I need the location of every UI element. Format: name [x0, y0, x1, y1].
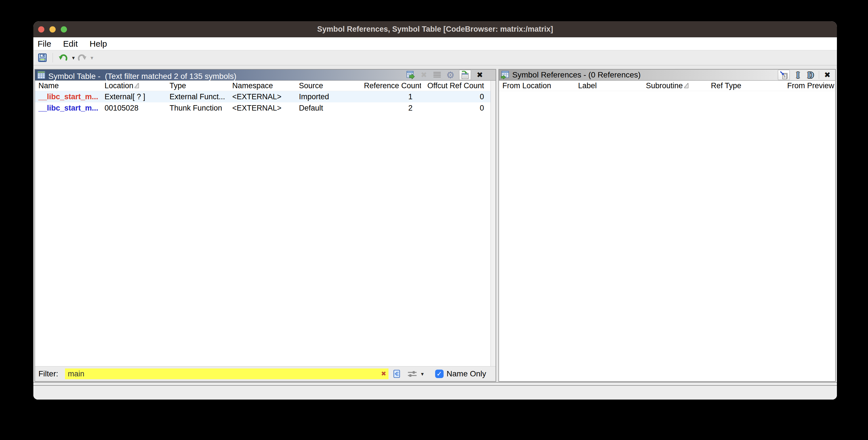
- symbol-references-table: From Location Label Subroutine Ref Type …: [499, 81, 835, 381]
- name-only-label: Name Only: [447, 369, 486, 378]
- column-header-from-location[interactable]: From Location: [499, 82, 576, 90]
- table-incoming-arrow-icon: [461, 71, 469, 79]
- column-header-source[interactable]: Source: [297, 82, 362, 90]
- undo-dropdown-button[interactable]: ▾: [69, 52, 76, 64]
- filter-settings-button[interactable]: [407, 370, 417, 378]
- cell-offcut-ref-count: 0: [421, 104, 490, 113]
- cell-location: 00105028: [102, 104, 167, 113]
- traffic-lights: [38, 21, 67, 37]
- symbol-table-toolbar: ✖ ⚙: [406, 70, 496, 80]
- data-toggle-button[interactable]: D: [806, 70, 815, 80]
- cell-name: __libc_start_m...: [35, 92, 102, 101]
- cell-namespace: <EXTERNAL>: [230, 104, 297, 113]
- symbol-references-header: Symbol References - (0 References) S: [499, 69, 835, 81]
- column-header-subroutine-label: Subroutine: [646, 82, 683, 90]
- close-panel-button[interactable]: ✖: [475, 70, 484, 80]
- redo-dropdown-button[interactable]: ▾: [88, 52, 95, 64]
- panel-title: Symbol References - (0 References): [512, 70, 641, 80]
- floppy-disk-icon: [38, 53, 47, 62]
- symbol-table-header: Symbol Table - (Text filter matched 2 of…: [35, 69, 496, 81]
- column-header-location-label: Location: [104, 82, 133, 90]
- symbol-references-body: [499, 91, 835, 381]
- sliders-icon: [407, 370, 417, 378]
- symbol-table-body: __libc_start_m... External[ ? ] External…: [35, 91, 491, 366]
- cell-location: External[ ? ]: [102, 92, 167, 101]
- checkbox-checked-icon: ✓: [435, 370, 444, 378]
- table-menu-button[interactable]: [433, 70, 442, 80]
- redo-icon: [77, 53, 87, 62]
- dock-area: Symbol Table - (Text filter matched 2 of…: [33, 65, 837, 382]
- settings-button[interactable]: ⚙: [446, 70, 455, 80]
- delete-symbol-button[interactable]: ✖: [419, 70, 428, 80]
- symbol-references-panel: Symbol References - (0 References) S: [498, 69, 836, 382]
- symbol-table-panel: Symbol Table - (Text filter matched 2 of…: [34, 69, 496, 382]
- menubar: File Edit Help: [33, 37, 837, 50]
- filter-settings-caret-button[interactable]: ▾: [419, 371, 424, 377]
- table-row[interactable]: __libc_start_m... 00105028 Thunk Functio…: [35, 102, 491, 114]
- hamburger-icon: [433, 71, 441, 79]
- symbol-table-column-headers: Name Location Type Namespace Source Refe…: [35, 81, 491, 91]
- navigation-toggle-button[interactable]: [459, 70, 471, 80]
- symbol-table-icon: [37, 71, 45, 79]
- panel-title: Symbol Table - (Text filter matched 2 of…: [48, 72, 55, 78]
- codebrowser-window: Symbol References, Symbol Table [CodeBro…: [33, 21, 837, 400]
- symbol-table: Name Location Type Namespace Source Refe…: [35, 81, 496, 366]
- cell-type: External Funct...: [167, 92, 230, 101]
- letter-d-icon: D: [808, 71, 814, 80]
- cell-name: __libc_start_m...: [35, 104, 102, 113]
- filter-document-icon: [393, 370, 401, 378]
- redo-button[interactable]: [76, 52, 88, 64]
- symbol-references-column-headers: From Location Label Subroutine Ref Type …: [499, 81, 835, 91]
- filter-clear-button[interactable]: ✖: [381, 371, 386, 377]
- undo-icon: [59, 53, 68, 62]
- toolbar-separator: [53, 53, 53, 62]
- zoom-window-button[interactable]: [61, 26, 67, 32]
- filter-bar: Filter: ✖: [35, 366, 496, 381]
- column-header-from-preview[interactable]: From Preview: [785, 82, 835, 90]
- undo-button[interactable]: [57, 52, 69, 64]
- column-header-reference-count[interactable]: Reference Count: [362, 82, 421, 90]
- table-arrow-icon: [406, 71, 415, 79]
- menu-help[interactable]: Help: [84, 39, 113, 49]
- column-header-ref-type[interactable]: Ref Type: [709, 82, 785, 90]
- cell-source: Imported: [297, 92, 362, 101]
- menu-edit[interactable]: Edit: [57, 39, 84, 49]
- filter-field: ✖: [65, 369, 389, 379]
- table-row[interactable]: __libc_start_m... External[ ? ] External…: [35, 91, 491, 102]
- cell-type: Thunk Function: [167, 104, 230, 113]
- symbol-references-icon: [501, 71, 509, 79]
- vertical-scrollbar[interactable]: [491, 81, 496, 366]
- close-icon: ✖: [477, 71, 483, 79]
- save-button[interactable]: [37, 52, 48, 64]
- filter-label: Filter:: [38, 369, 58, 378]
- column-header-type[interactable]: Type: [167, 82, 230, 90]
- column-header-name[interactable]: Name: [35, 82, 102, 90]
- minimize-window-button[interactable]: [50, 26, 56, 32]
- cell-namespace: <EXTERNAL>: [230, 92, 297, 101]
- cell-source: Default: [297, 104, 362, 113]
- filter-input[interactable]: [65, 369, 389, 379]
- close-window-button[interactable]: [38, 26, 44, 32]
- filter-options-button[interactable]: [393, 370, 401, 378]
- close-panel-button[interactable]: ✖: [823, 70, 832, 80]
- cell-reference-count: 1: [362, 92, 421, 101]
- header-separator: [819, 71, 819, 79]
- symbol-references-toolbar: S I D ✖: [778, 70, 835, 80]
- make-selection-button[interactable]: [406, 70, 415, 80]
- menu-file[interactable]: File: [38, 39, 57, 49]
- column-header-namespace[interactable]: Namespace: [230, 82, 297, 90]
- titlebar: Symbol References, Symbol Table [CodeBro…: [33, 21, 837, 37]
- instruction-toggle-button[interactable]: I: [794, 70, 802, 80]
- column-header-label[interactable]: Label: [576, 82, 644, 90]
- symbol-arrow-icon: S: [780, 71, 788, 79]
- letter-i-icon: I: [796, 71, 800, 80]
- close-icon: ✖: [824, 71, 831, 79]
- column-header-offcut-ref-count[interactable]: Offcut Ref Count: [421, 82, 490, 90]
- status-bar: [33, 382, 837, 400]
- window-title: Symbol References, Symbol Table [CodeBro…: [317, 25, 553, 34]
- caret-down-icon: ▾: [91, 55, 94, 60]
- gear-icon: ⚙: [446, 70, 455, 80]
- follow-selection-toggle-button[interactable]: S: [778, 70, 790, 80]
- name-only-checkbox[interactable]: ✓ Name Only: [435, 369, 486, 378]
- cell-offcut-ref-count: 0: [421, 92, 490, 101]
